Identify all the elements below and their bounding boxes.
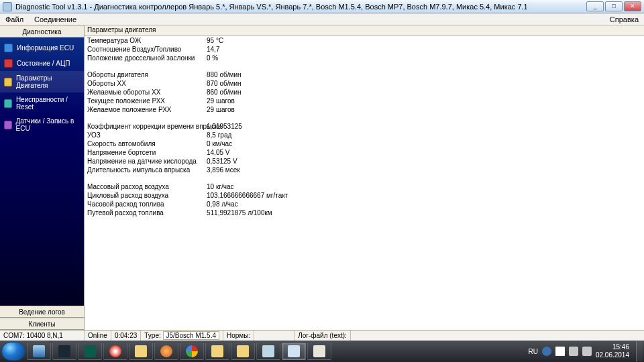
param-value: 1,01953125 xyxy=(205,122,242,131)
taskbar-app-7[interactable] xyxy=(180,343,204,360)
network-icon[interactable] xyxy=(569,347,578,356)
params-grid: Температура ОЖ95 °CСоотношение Воздух/То… xyxy=(85,36,644,330)
sidebar-section-diagnostics[interactable]: Диагностика xyxy=(0,25,84,38)
sidebar-section-clients[interactable]: Клиенты xyxy=(0,318,84,330)
tray-clock[interactable]: 15:46 02.06.2014 xyxy=(596,343,632,359)
close-button[interactable]: ✕ xyxy=(624,1,641,11)
ccleaner-icon xyxy=(109,345,121,357)
param-value: 10 кг/час xyxy=(205,182,233,191)
minimize-button[interactable]: _ xyxy=(586,1,604,11)
system-tray: RU 15:46 02.06.2014 xyxy=(525,343,635,359)
param-value: 29 шагов xyxy=(205,105,235,114)
param-value: 29 шагов xyxy=(205,97,235,105)
content-panel: Параметры двигателя Температура ОЖ95 °CС… xyxy=(85,25,644,330)
app-icon xyxy=(33,345,45,357)
param-row: Коэффициент коррекции времени впрыска1,0… xyxy=(85,122,644,131)
gear-icon xyxy=(4,78,12,86)
menu-connection[interactable]: Соединение xyxy=(29,14,82,25)
param-label: Массовый расход воздуха xyxy=(85,182,205,191)
taskbar-app-3[interactable] xyxy=(78,343,102,360)
paint-icon xyxy=(313,345,325,357)
sidebar-item-label: Неисправности / Reset xyxy=(16,96,80,111)
sidebar-item-label: Состояние / АЦП xyxy=(17,60,70,67)
param-row: Цикловый расход воздуха103,166666666667 … xyxy=(85,191,644,200)
taskbar-app-2[interactable] xyxy=(52,343,76,360)
window-title: Diagnostic Tool v1.3.1 - Диагностика кон… xyxy=(15,3,585,11)
taskbar: RU 15:46 02.06.2014 xyxy=(0,341,644,362)
status-timer: 0:04:23 xyxy=(111,330,141,341)
param-row: Положение дроссельной заслонки0 % xyxy=(85,54,644,62)
param-row: Обороты двигателя880 об/мин xyxy=(85,70,644,79)
menu-file[interactable]: Файл xyxy=(0,14,29,25)
param-label: Коэффициент коррекции времени впрыска xyxy=(85,122,205,131)
app-icon xyxy=(84,345,96,357)
info-icon xyxy=(4,44,13,52)
state-icon xyxy=(4,59,13,68)
param-value: 14,05 V xyxy=(205,148,229,157)
taskbar-app-10[interactable] xyxy=(256,343,280,360)
param-row: Желаемое положение РХХ29 шагов xyxy=(85,105,644,114)
param-value: 880 об/мин xyxy=(205,70,241,79)
param-label: УОЗ xyxy=(85,131,205,139)
menu-help[interactable]: Справка xyxy=(604,14,644,25)
taskbar-app-4[interactable] xyxy=(103,343,127,360)
param-label: Напряжение бортсети xyxy=(85,148,205,157)
flag-icon[interactable] xyxy=(555,347,565,356)
param-row: Желаемые обороты ХХ860 об/мин xyxy=(85,88,644,97)
app-icon xyxy=(3,2,12,11)
sidebar-item-engine-params[interactable]: Параметры Двигателя xyxy=(0,71,84,93)
status-type-label: Type: xyxy=(144,332,160,339)
param-label: Длительность импульса впрыска xyxy=(85,166,205,174)
param-row: Скорость автомобиля0 км/час xyxy=(85,139,644,148)
firefox-icon xyxy=(160,345,172,357)
param-label: Соотношение Воздух/Топливо xyxy=(85,45,205,54)
taskbar-app-1[interactable] xyxy=(27,343,51,360)
taskbar-app-11[interactable] xyxy=(307,343,331,360)
param-row: Длительность импульса впрыска3,896 мсек xyxy=(85,166,644,174)
chrome-icon xyxy=(186,345,198,357)
tray-language[interactable]: RU xyxy=(528,348,537,355)
start-button[interactable] xyxy=(1,342,25,361)
sidebar-section-logs[interactable]: Ведение логов xyxy=(0,306,84,318)
param-label: Обороты двигателя xyxy=(85,70,205,79)
param-label: Температура ОЖ xyxy=(85,36,205,45)
param-label: Цикловый расход воздуха xyxy=(85,191,205,200)
volume-icon[interactable] xyxy=(582,347,592,356)
param-label: Напряжение на датчике кислорода xyxy=(85,157,205,166)
param-value: 103,166666666667 мг/такт xyxy=(205,191,288,200)
wrench-icon xyxy=(4,99,12,108)
param-value: 8,5 град xyxy=(205,131,231,139)
param-label: Обороты ХХ xyxy=(85,79,205,88)
maximize-button[interactable]: □ xyxy=(605,1,623,11)
sidebar-item-label: Информация ECU xyxy=(17,44,74,52)
param-value: 870 об/мин xyxy=(205,79,241,88)
taskbar-app-8[interactable] xyxy=(205,343,229,360)
param-value: 0,98 л/час xyxy=(205,200,238,208)
param-label: Скорость автомобиля xyxy=(85,139,205,148)
param-label: Желаемые обороты ХХ xyxy=(85,88,205,97)
param-value: 14,7 xyxy=(205,45,219,54)
param-value: 3,896 мсек xyxy=(205,166,240,174)
sidebar-item-state-adc[interactable]: Состояние / АЦП xyxy=(0,56,84,71)
sidebar-item-sensors-write[interactable]: Датчики / Запись в ECU xyxy=(0,114,84,135)
param-value: 95 °C xyxy=(205,36,223,45)
param-value: 0 км/час xyxy=(205,139,232,148)
param-value: 0 % xyxy=(205,54,218,62)
tray-icon[interactable] xyxy=(542,347,551,356)
param-row: Напряжение на датчике кислорода0,53125 V xyxy=(85,157,644,166)
calculator-icon xyxy=(262,345,274,357)
taskbar-app-diagnostic-tool[interactable] xyxy=(282,343,306,360)
diagnostic-icon xyxy=(288,345,300,357)
param-label: Путевой расход топлива xyxy=(85,208,205,217)
status-norms: Нормы: xyxy=(223,330,254,341)
sidebar: Диагностика Информация ECU Состояние / А… xyxy=(0,25,85,330)
taskbar-app-5[interactable] xyxy=(129,343,153,360)
taskbar-app-6[interactable] xyxy=(154,343,178,360)
photoshop-icon xyxy=(58,345,70,357)
main-area: Диагностика Информация ECU Состояние / А… xyxy=(0,25,644,330)
param-row: Часовой расход топлива0,98 л/час xyxy=(85,200,644,208)
sidebar-item-faults-reset[interactable]: Неисправности / Reset xyxy=(0,93,84,114)
taskbar-app-9[interactable] xyxy=(231,343,255,360)
show-desktop-button[interactable] xyxy=(636,341,643,361)
sidebar-item-ecu-info[interactable]: Информация ECU xyxy=(0,40,84,56)
